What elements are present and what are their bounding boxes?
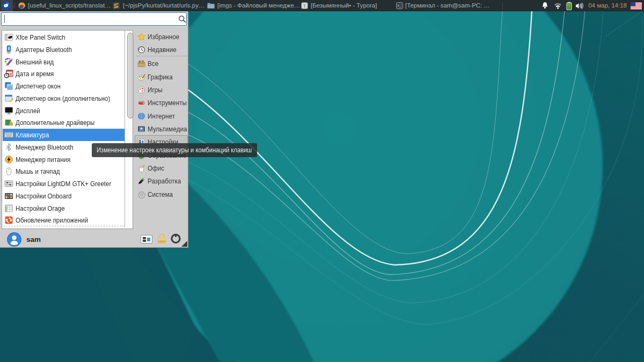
svg-text:>_: >_ (397, 4, 401, 8)
svg-text:T: T (303, 3, 306, 9)
